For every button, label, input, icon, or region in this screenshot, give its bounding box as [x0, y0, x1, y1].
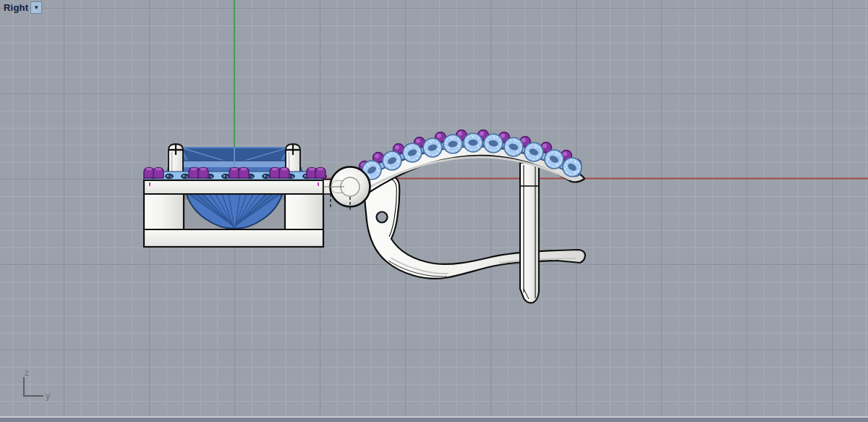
earring-post[interactable]	[520, 163, 539, 303]
model-layer: z y	[0, 0, 868, 422]
wire-hole	[377, 212, 388, 223]
viewport-name-label[interactable]: Right	[4, 2, 28, 13]
point-marker	[318, 182, 319, 186]
leverback-wire[interactable]	[362, 176, 585, 279]
viewport-menu-button[interactable]: ▼	[30, 1, 42, 14]
point-marker	[149, 182, 150, 186]
axis-y-label: y	[46, 391, 50, 401]
axis-gizmo: z y	[24, 368, 50, 401]
axis-z-label: z	[25, 368, 29, 378]
chevron-down-icon: ▼	[33, 5, 39, 11]
viewport-title: Right ▼	[4, 1, 42, 14]
rhino-right-viewport: z y Right ▼	[0, 0, 868, 422]
gem-setting-box[interactable]	[144, 144, 327, 247]
hinge-ball[interactable]	[323, 167, 370, 212]
viewport-bottom-edge	[0, 416, 868, 422]
earring-model[interactable]	[144, 130, 585, 303]
axis-gizmo-lines	[24, 377, 43, 396]
